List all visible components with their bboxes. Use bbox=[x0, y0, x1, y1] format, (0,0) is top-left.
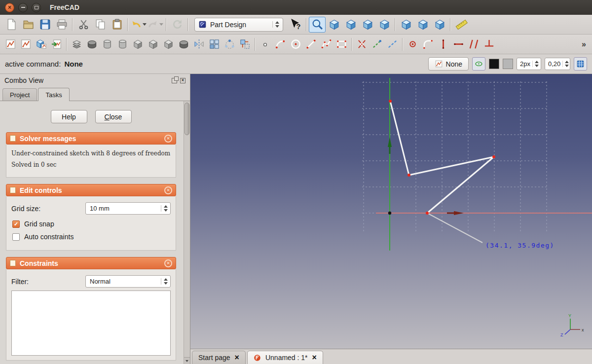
create-rectangle-button[interactable] bbox=[334, 36, 349, 52]
document-tab-unnamed-1[interactable]: Unnamed : 1*× bbox=[247, 351, 323, 364]
whats-this-button[interactable] bbox=[287, 17, 304, 33]
window-minimize-button[interactable] bbox=[18, 3, 28, 12]
origin-point[interactable] bbox=[388, 212, 391, 215]
undo-button[interactable] bbox=[130, 17, 147, 33]
document-tab-start-page[interactable]: Start page× bbox=[192, 351, 246, 364]
front-view-button[interactable] bbox=[342, 17, 359, 33]
spinner-arrows-icon[interactable] bbox=[532, 61, 539, 67]
grid-size-select[interactable]: 10 mm bbox=[85, 202, 171, 215]
panel-scrollbar[interactable] bbox=[184, 101, 190, 364]
help-button[interactable]: Help bbox=[51, 110, 87, 123]
top-view-button[interactable] bbox=[359, 17, 376, 33]
create-point-button[interactable] bbox=[258, 36, 273, 52]
copy-button[interactable] bbox=[92, 17, 109, 33]
tab-project[interactable]: Project bbox=[2, 88, 37, 101]
rear-view-button[interactable] bbox=[398, 17, 414, 33]
auto-constraints-checkbox[interactable] bbox=[12, 233, 20, 241]
chamfer-button[interactable] bbox=[146, 36, 161, 52]
collapse-section-icon[interactable]: × bbox=[164, 135, 172, 143]
dropdown-caret-icon[interactable] bbox=[159, 23, 163, 26]
constrain-parallel-button[interactable] bbox=[466, 36, 481, 52]
pad-button[interactable] bbox=[69, 36, 84, 52]
collapse-section-icon[interactable]: × bbox=[164, 186, 172, 194]
create-fillet-button[interactable] bbox=[420, 36, 436, 52]
constrain-vertical-button[interactable] bbox=[436, 36, 451, 52]
constrain-horizontal-button[interactable] bbox=[451, 36, 466, 52]
right-view-button[interactable] bbox=[376, 17, 393, 33]
sketch-vertex[interactable] bbox=[492, 155, 495, 158]
fit-all-button[interactable] bbox=[309, 17, 326, 33]
measure-distance-button[interactable] bbox=[453, 17, 470, 33]
scrollbar-thumb[interactable] bbox=[185, 103, 189, 135]
spinner-arrows-icon[interactable] bbox=[161, 205, 168, 212]
workbench-select[interactable]: Part Design bbox=[194, 18, 283, 32]
paste-button[interactable] bbox=[109, 17, 125, 33]
create-polyline-button[interactable] bbox=[319, 36, 334, 52]
toggle-construction-button[interactable] bbox=[385, 36, 400, 52]
grid-snap-checkbox[interactable] bbox=[12, 220, 20, 228]
close-panel-icon[interactable] bbox=[180, 78, 185, 83]
save-document-button[interactable] bbox=[37, 17, 53, 33]
tab-tasks[interactable]: Tasks bbox=[38, 88, 69, 101]
create-arc-button[interactable] bbox=[273, 36, 288, 52]
cut-button[interactable] bbox=[75, 17, 92, 33]
new-sketch-button[interactable] bbox=[3, 36, 18, 52]
thickness-button[interactable] bbox=[176, 36, 191, 52]
fillet-button[interactable] bbox=[130, 36, 146, 52]
collapse-section-icon[interactable]: × bbox=[164, 259, 172, 267]
create-line-button[interactable] bbox=[303, 36, 319, 52]
face-color-swatch[interactable] bbox=[503, 59, 513, 69]
close-tab-icon[interactable]: × bbox=[312, 354, 317, 362]
pocket-button[interactable] bbox=[84, 36, 100, 52]
axonometric-view-button[interactable] bbox=[326, 17, 342, 33]
window-maximize-button[interactable] bbox=[32, 3, 41, 12]
window-close-button[interactable]: × bbox=[5, 3, 14, 12]
sketch-vertex[interactable] bbox=[407, 174, 410, 177]
3d-viewport[interactable]: (34.1, 35.9deg)YxZ bbox=[190, 74, 592, 349]
edit-controls-header[interactable]: Edit controls × bbox=[6, 184, 176, 196]
dropdown-caret-icon[interactable] bbox=[143, 23, 147, 26]
polar-pattern-button[interactable] bbox=[222, 36, 237, 52]
float-panel-icon[interactable] bbox=[172, 78, 177, 83]
spinner-arrows-icon[interactable] bbox=[161, 278, 168, 285]
line-color-swatch[interactable] bbox=[489, 59, 499, 69]
sketch-canvas[interactable]: (34.1, 35.9deg)YxZ bbox=[190, 74, 592, 349]
bottom-view-button[interactable] bbox=[414, 17, 431, 33]
edit-mode-button[interactable]: None bbox=[428, 57, 469, 71]
ellipse-tool-button[interactable] bbox=[472, 57, 485, 71]
print-button[interactable] bbox=[53, 17, 70, 33]
edit-sketch-button[interactable] bbox=[18, 36, 34, 52]
external-geometry-button[interactable] bbox=[370, 36, 385, 52]
map-sketch-button[interactable] bbox=[34, 36, 49, 52]
spinner-arrows-icon[interactable] bbox=[272, 21, 279, 28]
multitransform-button[interactable] bbox=[237, 36, 253, 52]
constrain-coincident-button[interactable] bbox=[405, 36, 420, 52]
line-width-spinbox[interactable]: 2px bbox=[517, 58, 541, 70]
grid-toggle-button[interactable] bbox=[574, 57, 587, 71]
constraints-list[interactable] bbox=[11, 291, 171, 356]
close-tab-icon[interactable]: × bbox=[235, 354, 239, 362]
draft-button[interactable] bbox=[161, 36, 176, 52]
revolution-button[interactable] bbox=[100, 36, 115, 52]
trim-edge-button[interactable] bbox=[354, 36, 370, 52]
note-icon bbox=[10, 187, 16, 193]
leave-sketch-button[interactable] bbox=[49, 36, 64, 52]
constraints-header[interactable]: Constraints × bbox=[6, 257, 176, 269]
sketch-vertex[interactable] bbox=[389, 100, 392, 103]
constrain-perpendicular-button[interactable] bbox=[481, 36, 497, 52]
new-document-button[interactable] bbox=[3, 17, 20, 33]
mirrored-button[interactable] bbox=[191, 36, 207, 52]
open-document-button[interactable] bbox=[20, 17, 37, 33]
scrollbar-down-button[interactable] bbox=[184, 357, 190, 364]
spinner-arrows-icon[interactable] bbox=[562, 61, 569, 67]
point-size-spinbox[interactable]: 0,20 bbox=[545, 58, 570, 70]
groove-button[interactable] bbox=[115, 36, 130, 52]
constraint-filter-select[interactable]: Normal bbox=[85, 275, 171, 288]
create-circle-button[interactable] bbox=[288, 36, 303, 52]
close-button[interactable]: Close bbox=[95, 110, 132, 123]
left-view-button[interactable] bbox=[431, 17, 448, 33]
solver-messages-header[interactable]: Solver messages × bbox=[6, 132, 176, 145]
toolbar-overflow-button[interactable]: » bbox=[579, 40, 589, 49]
sketch-vertex[interactable] bbox=[426, 212, 429, 215]
linear-pattern-button[interactable] bbox=[207, 36, 222, 52]
